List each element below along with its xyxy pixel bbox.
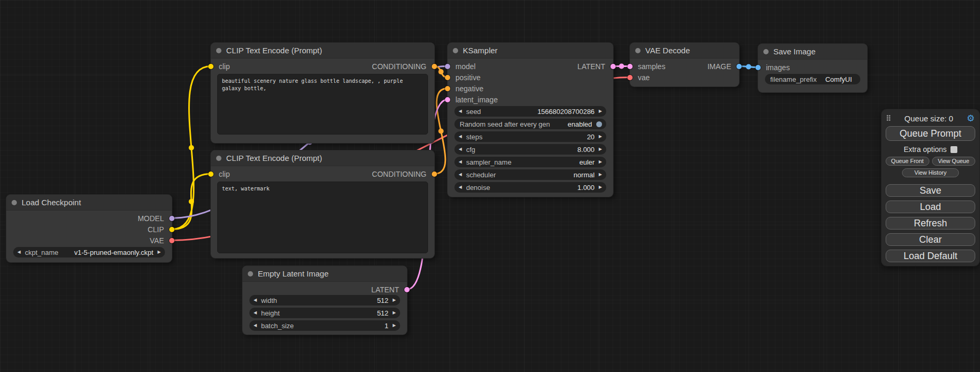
menu-header: Queue size: 0 ⚙ — [886, 113, 975, 123]
node-load-checkpoint[interactable]: Load Checkpoint MODEL CLIP VAE ◀ ckpt_na… — [6, 195, 172, 262]
node-clip-text-encode-negative[interactable]: CLIP Text Encode (Prompt) clip CONDITION… — [211, 150, 434, 258]
decrement-arrow-icon[interactable]: ◀ — [459, 135, 462, 139]
collapse-dot-icon[interactable] — [12, 200, 17, 205]
widget-cfg[interactable]: ◀ cfg 8.000 ▶ — [454, 144, 606, 155]
decrement-arrow-icon[interactable]: ◀ — [459, 173, 462, 177]
output-port-latent[interactable] — [404, 287, 410, 292]
widget-steps[interactable]: ◀ steps 20 ▶ — [454, 131, 606, 142]
load-button[interactable]: Load — [886, 201, 975, 213]
collapse-dot-icon[interactable] — [216, 156, 221, 161]
node-title-bar[interactable]: Load Checkpoint — [6, 195, 172, 211]
node-title: Load Checkpoint — [22, 198, 81, 207]
increment-arrow-icon[interactable]: ▶ — [599, 173, 602, 177]
widget-height[interactable]: ◀ height 512 ▶ — [249, 308, 400, 318]
drag-handle-icon[interactable] — [887, 115, 891, 121]
widget-sampler-name[interactable]: ◀ sampler_name euler ▶ — [454, 157, 606, 167]
save-button[interactable]: Save — [886, 184, 975, 197]
queue-prompt-button[interactable]: Queue Prompt — [886, 126, 975, 141]
widget-value: 1 — [385, 322, 389, 330]
increment-arrow-icon[interactable]: ▶ — [599, 135, 602, 139]
view-history-button[interactable]: View History — [902, 168, 959, 177]
collapse-dot-icon[interactable] — [216, 48, 221, 53]
node-title-bar[interactable]: Save Image — [758, 44, 867, 60]
load-default-button[interactable]: Load Default — [886, 250, 975, 262]
collapse-dot-icon[interactable] — [635, 48, 641, 53]
output-label-latent: LATENT — [577, 62, 605, 71]
input-port-clip[interactable] — [208, 64, 214, 69]
widget-random-seed-toggle[interactable]: Random seed after every gen enabled — [454, 119, 606, 129]
decrement-arrow-icon[interactable]: ◀ — [459, 185, 462, 189]
node-clip-text-encode-positive[interactable]: CLIP Text Encode (Prompt) clip CONDITION… — [211, 43, 434, 143]
output-port-vae[interactable] — [169, 238, 174, 243]
output-label-latent: LATENT — [371, 285, 399, 294]
decrement-arrow-icon[interactable]: ◀ — [459, 109, 462, 113]
slot-row: CLIP — [6, 224, 172, 235]
extra-options-checkbox[interactable] — [950, 146, 957, 153]
widget-seed[interactable]: ◀ seed 156680208700286 ▶ — [454, 106, 606, 117]
input-port-vae[interactable] — [627, 75, 633, 80]
positive-prompt-textarea[interactable]: beautiful scenery nature glass bottle la… — [217, 74, 428, 135]
widget-denoise[interactable]: ◀ denoise 1.000 ▶ — [454, 182, 606, 193]
decrement-arrow-icon[interactable]: ◀ — [254, 311, 257, 315]
input-port-latent-image[interactable] — [445, 97, 450, 102]
widget-label: steps — [466, 133, 482, 141]
increment-arrow-icon[interactable]: ▶ — [393, 323, 396, 328]
node-title: CLIP Text Encode (Prompt) — [226, 46, 322, 55]
increment-arrow-icon[interactable]: ▶ — [599, 185, 602, 189]
widget-ckpt-name[interactable]: ◀ ckpt_name v1-5-pruned-emaonly.ckpt ▶ — [13, 247, 165, 257]
node-vae-decode[interactable]: VAE Decode samples IMAGE vae — [630, 43, 739, 87]
increment-arrow-icon[interactable]: ▶ — [393, 298, 396, 302]
output-port-model[interactable] — [169, 216, 174, 221]
slot-row: LATENT — [242, 284, 407, 295]
node-empty-latent-image[interactable]: Empty Latent Image LATENT ◀ width 512 ▶ … — [242, 266, 407, 335]
output-port-clip[interactable] — [169, 227, 174, 232]
widget-value: 8.000 — [577, 146, 595, 154]
input-port-model[interactable] — [445, 64, 450, 69]
settings-gear-icon[interactable]: ⚙ — [967, 114, 975, 123]
node-title: Save Image — [773, 47, 816, 56]
increment-arrow-icon[interactable]: ▶ — [158, 250, 161, 254]
node-title-bar[interactable]: VAE Decode — [630, 43, 739, 59]
node-title-bar[interactable]: KSampler — [448, 43, 613, 59]
decrement-arrow-icon[interactable]: ◀ — [459, 160, 462, 164]
output-port-conditioning[interactable] — [432, 171, 437, 177]
output-port-conditioning[interactable] — [432, 64, 437, 69]
input-port-negative[interactable] — [445, 86, 450, 91]
node-save-image[interactable]: Save Image images filename_prefix ComfyU… — [758, 44, 867, 92]
collapse-dot-icon[interactable] — [453, 48, 458, 53]
widget-width[interactable]: ◀ width 512 ▶ — [249, 295, 400, 306]
refresh-button[interactable]: Refresh — [886, 217, 975, 230]
widget-batch-size[interactable]: ◀ batch_size 1 ▶ — [249, 320, 400, 331]
decrement-arrow-icon[interactable]: ◀ — [17, 250, 21, 254]
input-port-positive[interactable] — [445, 75, 450, 80]
clear-button[interactable]: Clear — [886, 233, 975, 246]
collapse-dot-icon[interactable] — [763, 49, 769, 54]
collapse-dot-icon[interactable] — [248, 271, 253, 276]
output-port-latent[interactable] — [610, 64, 616, 69]
increment-arrow-icon[interactable]: ▶ — [599, 109, 602, 113]
decrement-arrow-icon[interactable]: ◀ — [459, 147, 462, 151]
node-title-bar[interactable]: Empty Latent Image — [242, 266, 407, 282]
negative-prompt-textarea[interactable]: text, watermark — [217, 182, 428, 253]
queue-front-button[interactable]: Queue Front — [886, 157, 929, 166]
decrement-arrow-icon[interactable]: ◀ — [254, 298, 257, 302]
increment-arrow-icon[interactable]: ▶ — [599, 160, 602, 164]
decrement-arrow-icon[interactable]: ◀ — [254, 323, 257, 328]
output-port-image[interactable] — [736, 64, 742, 69]
queue-size-label: Queue size: 0 — [891, 114, 967, 123]
widget-scheduler[interactable]: ◀ scheduler normal ▶ — [454, 169, 606, 180]
node-ksampler[interactable]: KSampler model LATENT positive negative … — [448, 43, 613, 197]
node-title-bar[interactable]: CLIP Text Encode (Prompt) — [211, 150, 434, 166]
widget-label: cfg — [466, 146, 475, 154]
input-port-clip[interactable] — [208, 171, 214, 177]
node-title-bar[interactable]: CLIP Text Encode (Prompt) — [211, 43, 434, 59]
toggle-dot-icon[interactable] — [596, 121, 602, 127]
node-graph-canvas[interactable]: Load Checkpoint MODEL CLIP VAE ◀ ckpt_na… — [0, 0, 980, 372]
input-port-images[interactable] — [755, 65, 761, 70]
increment-arrow-icon[interactable]: ▶ — [393, 311, 396, 315]
view-queue-button[interactable]: View Queue — [932, 157, 976, 166]
increment-arrow-icon[interactable]: ▶ — [599, 147, 602, 151]
input-port-samples[interactable] — [627, 64, 633, 69]
widget-filename-prefix[interactable]: filename_prefix ComfyUI — [765, 74, 860, 84]
input-label-model: model — [455, 62, 476, 71]
